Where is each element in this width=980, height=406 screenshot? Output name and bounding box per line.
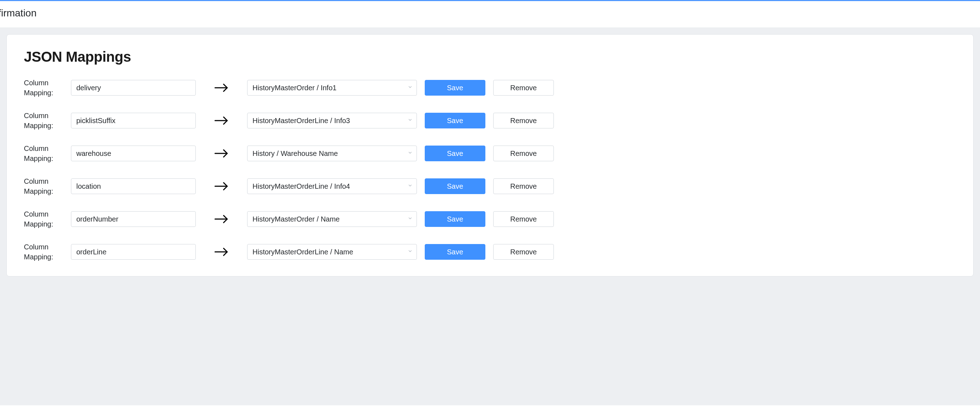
arrow-icon [204, 148, 239, 158]
target-field-value: HistoryMasterOrderLine / Name [253, 248, 353, 256]
row-label: Column Mapping: [24, 209, 63, 229]
remove-button[interactable]: Remove [493, 211, 554, 227]
target-field-value: History / Warehouse Name [253, 150, 338, 158]
target-field-value: HistoryMasterOrderLine / Info3 [253, 117, 350, 125]
arrow-icon [204, 116, 239, 126]
mapping-row: Column Mapping: HistoryMasterOrder / Inf… [24, 78, 956, 98]
target-field-value: HistoryMasterOrder / Name [253, 215, 340, 223]
save-button[interactable]: Save [425, 244, 485, 260]
save-button[interactable]: Save [425, 178, 485, 194]
arrow-icon [204, 247, 239, 257]
target-field-select[interactable]: History / Warehouse Name [247, 146, 417, 161]
mapping-row: Column Mapping: HistoryMasterOrderLine /… [24, 111, 956, 131]
row-label: Column Mapping: [24, 176, 63, 196]
mapping-row: Column Mapping: HistoryMasterOrderLine /… [24, 176, 956, 196]
mapping-row: Column Mapping: History / Warehouse Name… [24, 143, 956, 163]
target-field-select[interactable]: HistoryMasterOrderLine / Name [247, 244, 417, 260]
target-field-select[interactable]: HistoryMasterOrderLine / Info4 [247, 178, 417, 194]
json-mappings-card: JSON Mappings Column Mapping: HistoryMas… [6, 34, 974, 277]
row-label: Column Mapping: [24, 78, 63, 98]
source-column-input[interactable] [71, 113, 196, 129]
source-column-input[interactable] [71, 146, 196, 161]
source-column-input[interactable] [71, 244, 196, 260]
arrow-icon [204, 214, 239, 224]
save-button[interactable]: Save [425, 113, 485, 129]
remove-button[interactable]: Remove [493, 244, 554, 260]
target-field-value: HistoryMasterOrder / Info1 [253, 84, 337, 92]
target-field-select[interactable]: HistoryMasterOrder / Name [247, 211, 417, 227]
card-title: JSON Mappings [24, 49, 956, 65]
remove-button[interactable]: Remove [493, 113, 554, 129]
page-header: onfirmation [0, 0, 980, 28]
mappings-list: Column Mapping: HistoryMasterOrder / Inf… [24, 78, 956, 262]
remove-button[interactable]: Remove [493, 178, 554, 194]
remove-button[interactable]: Remove [493, 146, 554, 161]
target-field-select[interactable]: HistoryMasterOrder / Info1 [247, 80, 417, 96]
remove-button[interactable]: Remove [493, 80, 554, 96]
mapping-row: Column Mapping: HistoryMasterOrderLine /… [24, 242, 956, 262]
arrow-icon [204, 83, 239, 93]
target-field-value: HistoryMasterOrderLine / Info4 [253, 182, 350, 191]
source-column-input[interactable] [71, 211, 196, 227]
breadcrumb: onfirmation [0, 8, 980, 19]
page-body: JSON Mappings Column Mapping: HistoryMas… [0, 28, 980, 405]
row-label: Column Mapping: [24, 143, 63, 163]
target-field-select[interactable]: HistoryMasterOrderLine / Info3 [247, 113, 417, 129]
arrow-icon [204, 181, 239, 191]
mapping-row: Column Mapping: HistoryMasterOrder / Nam… [24, 209, 956, 229]
row-label: Column Mapping: [24, 111, 63, 131]
save-button[interactable]: Save [425, 211, 485, 227]
row-label: Column Mapping: [24, 242, 63, 262]
save-button[interactable]: Save [425, 146, 485, 161]
source-column-input[interactable] [71, 80, 196, 96]
source-column-input[interactable] [71, 178, 196, 194]
save-button[interactable]: Save [425, 80, 485, 96]
